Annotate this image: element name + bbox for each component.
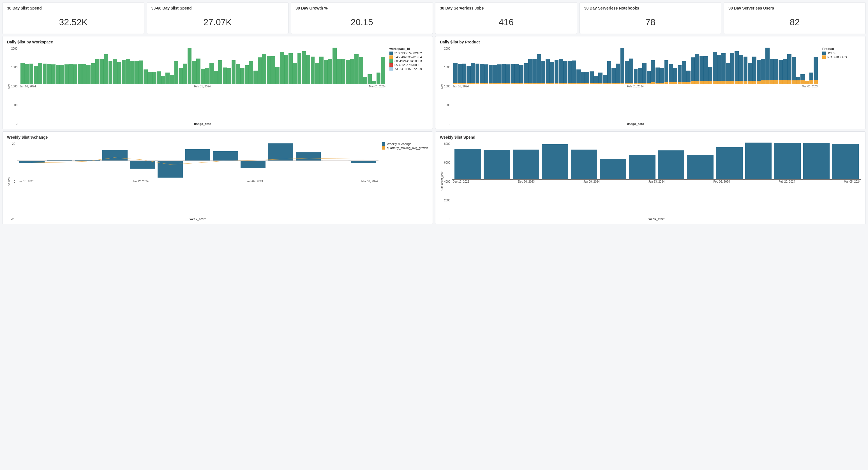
bar[interactable]: [192, 47, 196, 84]
bar[interactable]: [152, 47, 156, 84]
bar[interactable]: [91, 47, 95, 84]
bar[interactable]: [381, 47, 385, 84]
bar[interactable]: [288, 47, 293, 84]
bar[interactable]: [660, 47, 664, 84]
bar[interactable]: [64, 47, 69, 84]
bar[interactable]: [86, 47, 91, 84]
bar[interactable]: [236, 47, 240, 84]
bar[interactable]: [475, 47, 480, 84]
bar[interactable]: [832, 142, 859, 179]
bar[interactable]: [814, 47, 818, 84]
bar[interactable]: [484, 47, 488, 84]
bar[interactable]: [262, 47, 266, 84]
bar[interactable]: [629, 47, 633, 84]
bar[interactable]: [669, 47, 673, 84]
bar[interactable]: [493, 47, 497, 84]
bar[interactable]: [275, 47, 280, 84]
bar[interactable]: [372, 47, 376, 84]
bar[interactable]: [350, 47, 354, 84]
legend-item[interactable]: JOBS: [822, 52, 861, 55]
bar[interactable]: [739, 47, 743, 84]
bar[interactable]: [126, 47, 130, 84]
bar[interactable]: [462, 47, 467, 84]
bar[interactable]: [513, 142, 539, 179]
bar[interactable]: [75, 142, 100, 179]
bar[interactable]: [642, 47, 647, 84]
bar[interactable]: [805, 47, 809, 84]
bar[interactable]: [231, 47, 236, 84]
bar[interactable]: [687, 142, 714, 179]
bar[interactable]: [73, 47, 78, 84]
bar[interactable]: [95, 47, 99, 84]
plot-area[interactable]: [17, 142, 378, 179]
bar[interactable]: [319, 47, 323, 84]
bar[interactable]: [170, 47, 174, 84]
bar[interactable]: [682, 47, 686, 84]
bar[interactable]: [497, 47, 502, 84]
bar[interactable]: [571, 142, 597, 179]
bar[interactable]: [678, 47, 682, 84]
bar[interactable]: [735, 47, 739, 84]
kpi-card[interactable]: 30-60 Day $list Spend 27.07K: [147, 2, 289, 34]
bar[interactable]: [651, 47, 655, 84]
bar[interactable]: [185, 142, 211, 179]
bar[interactable]: [471, 47, 475, 84]
bar[interactable]: [612, 47, 616, 84]
bar[interactable]: [550, 47, 554, 84]
bar[interactable]: [351, 142, 376, 179]
bar[interactable]: [139, 47, 143, 84]
bar[interactable]: [519, 47, 523, 84]
legend-item[interactable]: NOTEBOOKS: [822, 56, 861, 59]
bar[interactable]: [47, 142, 72, 179]
bar[interactable]: [175, 47, 179, 84]
kpi-card[interactable]: 30 Day Serverless Jobs 416: [435, 2, 577, 34]
bar[interactable]: [311, 47, 315, 84]
bar[interactable]: [515, 47, 519, 84]
bar[interactable]: [179, 47, 183, 84]
bar[interactable]: [467, 47, 471, 84]
bar[interactable]: [594, 47, 598, 84]
bar[interactable]: [607, 47, 612, 84]
bar[interactable]: [453, 47, 458, 84]
bar[interactable]: [563, 47, 567, 84]
kpi-card[interactable]: 30 Day Growth % 20.15: [291, 2, 433, 34]
bar[interactable]: [363, 47, 368, 84]
bar[interactable]: [130, 47, 134, 84]
bar[interactable]: [616, 47, 620, 84]
bar[interactable]: [691, 47, 695, 84]
bar[interactable]: [21, 47, 25, 84]
kpi-card[interactable]: 30 Day $list Spend 32.52K: [2, 2, 145, 34]
bar[interactable]: [502, 47, 506, 84]
bar[interactable]: [577, 47, 581, 84]
bar[interactable]: [600, 142, 626, 179]
bar[interactable]: [249, 47, 253, 84]
kpi-card[interactable]: 30 Day Serverless Users 82: [723, 2, 866, 34]
bar[interactable]: [809, 47, 814, 84]
bar[interactable]: [537, 47, 541, 84]
bar[interactable]: [293, 47, 297, 84]
bar[interactable]: [455, 142, 481, 179]
bar[interactable]: [284, 47, 288, 84]
bar[interactable]: [218, 47, 222, 84]
bar[interactable]: [253, 47, 258, 84]
bar[interactable]: [541, 47, 546, 84]
bar[interactable]: [271, 47, 275, 84]
bar[interactable]: [726, 47, 730, 84]
bar[interactable]: [205, 47, 209, 84]
bar[interactable]: [568, 47, 572, 84]
bar[interactable]: [528, 47, 532, 84]
bar[interactable]: [102, 142, 128, 179]
bar[interactable]: [196, 47, 200, 84]
bar[interactable]: [598, 47, 602, 84]
bar[interactable]: [647, 47, 651, 84]
bar[interactable]: [655, 47, 660, 84]
bar[interactable]: [774, 47, 778, 84]
bar[interactable]: [245, 47, 249, 84]
bar[interactable]: [354, 47, 359, 84]
bar[interactable]: [721, 47, 725, 84]
bar[interactable]: [695, 47, 699, 84]
bar[interactable]: [324, 47, 328, 84]
bar[interactable]: [590, 47, 594, 84]
bar[interactable]: [306, 47, 310, 84]
bar[interactable]: [25, 47, 29, 84]
